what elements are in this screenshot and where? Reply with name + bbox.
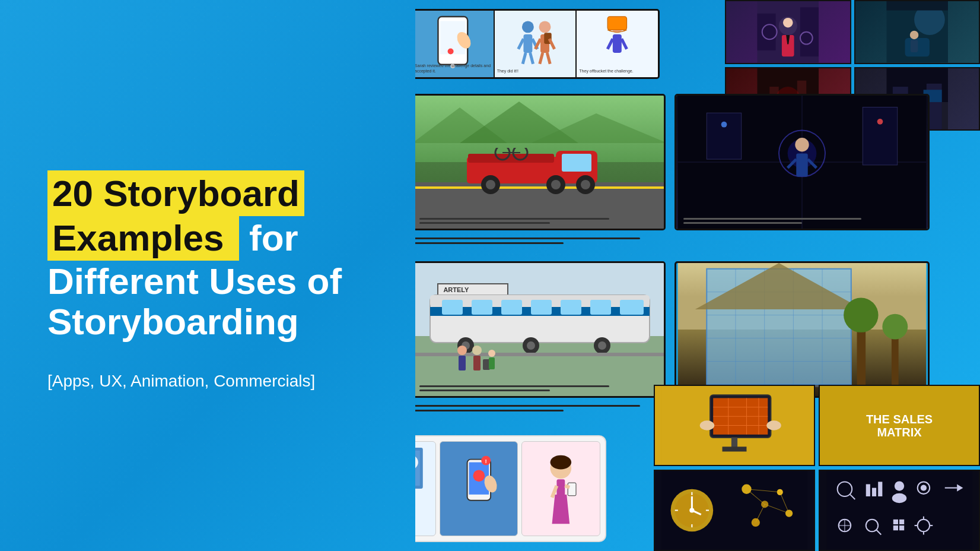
svg-point-80 xyxy=(721,122,727,128)
title-block: 20 Storyboard Examples for Different Use… xyxy=(47,172,380,343)
svg-rect-197 xyxy=(899,520,904,524)
svg-point-188 xyxy=(921,485,927,491)
svg-marker-142 xyxy=(552,495,570,524)
svg-line-20 xyxy=(608,39,613,49)
svg-rect-90 xyxy=(590,300,611,315)
svg-rect-28 xyxy=(758,14,776,50)
svg-point-164 xyxy=(689,508,694,512)
people-walking-icon xyxy=(495,11,576,77)
svg-line-7 xyxy=(518,39,523,49)
left-panel: 20 Storyboard Examples for Different Use… xyxy=(0,0,415,551)
svg-text:!: ! xyxy=(485,458,486,464)
svg-rect-89 xyxy=(561,300,581,315)
svg-rect-91 xyxy=(620,300,644,315)
strip-caption-2: They did it!! xyxy=(497,69,574,74)
svg-rect-86 xyxy=(472,300,492,315)
tablet-tech-svg xyxy=(655,386,814,465)
strip-caption-1: Sarah reviewed the challenge details and… xyxy=(415,64,491,74)
svg-rect-143 xyxy=(568,483,577,496)
svg-rect-75 xyxy=(796,153,807,176)
svg-rect-182 xyxy=(866,484,870,496)
svg-point-62 xyxy=(581,180,590,189)
svg-point-99 xyxy=(457,346,467,355)
svg-point-81 xyxy=(877,119,883,125)
svg-rect-100 xyxy=(459,356,466,370)
train-frame-lines xyxy=(419,385,657,391)
svg-rect-87 xyxy=(501,300,522,315)
glass-storyboard-frame xyxy=(674,261,930,398)
svg-point-5 xyxy=(522,21,534,33)
svg-rect-124 xyxy=(415,451,420,486)
platform-people-svg xyxy=(450,341,569,383)
svg-rect-37 xyxy=(910,40,917,52)
dark-frame-lines xyxy=(683,218,921,224)
title-line1: 20 Storyboard xyxy=(47,172,380,214)
svg-point-2 xyxy=(448,48,454,54)
svg-point-104 xyxy=(488,350,495,357)
svg-rect-196 xyxy=(893,520,898,524)
svg-point-74 xyxy=(795,138,809,151)
title-highlight-examples: Examples xyxy=(47,215,239,261)
dark-storyboard-frame xyxy=(674,94,930,230)
svg-point-185 xyxy=(895,481,904,490)
red-truck-svg xyxy=(455,148,621,195)
content-wrapper: 20 Storyboard Examples for Different Use… xyxy=(0,0,980,551)
strip-cell-2: They did it!! xyxy=(495,11,577,77)
title-storyboarding: Storyboarding xyxy=(47,302,380,342)
svg-point-26 xyxy=(783,18,793,28)
svg-point-11 xyxy=(539,21,551,33)
data-scene-svg xyxy=(655,471,814,550)
svg-rect-158 xyxy=(723,446,747,451)
car-storyboard-frame xyxy=(415,94,666,230)
train-storyboard-frame: ARTELY xyxy=(415,261,666,398)
svg-point-135 xyxy=(473,470,485,482)
mountain-bg xyxy=(415,96,666,143)
svg-rect-183 xyxy=(872,488,876,496)
svg-rect-102 xyxy=(473,356,481,370)
title-different: Different Uses of xyxy=(47,261,380,302)
tablet-panel-1 xyxy=(415,441,436,536)
svg-point-186 xyxy=(892,493,907,503)
title-line2: Examples for xyxy=(47,217,380,259)
svg-line-9 xyxy=(523,53,526,64)
right-panel: Sarah reviewed the challenge details and… xyxy=(415,0,980,551)
sales-matrix-title: THE SALES MATRIX xyxy=(866,413,933,439)
svg-point-155 xyxy=(700,420,715,430)
research-svg xyxy=(820,471,979,550)
title-highlight-text: 20 Storyboard xyxy=(47,170,304,216)
dark-scene-svg xyxy=(676,96,928,229)
svg-point-36 xyxy=(909,31,918,39)
phone-hand-icon: ! xyxy=(440,442,518,536)
svg-rect-19 xyxy=(613,34,622,53)
svg-rect-22 xyxy=(608,17,627,30)
svg-rect-105 xyxy=(489,357,495,369)
svg-line-145 xyxy=(565,486,570,487)
svg-point-101 xyxy=(472,346,482,355)
scifi-1-icon xyxy=(726,1,850,63)
svg-point-122 xyxy=(882,314,908,340)
frame-desc-lines xyxy=(419,218,657,224)
br-cell-tablet xyxy=(654,385,815,466)
woman-phone-icon xyxy=(522,442,600,536)
subtitle: [Apps, UX, Animation, Commercials] xyxy=(47,372,380,391)
tablet-panel-3 xyxy=(521,441,600,536)
svg-rect-55 xyxy=(562,154,591,172)
tablet-panel-2: ! xyxy=(440,441,518,536)
br-grid: THE SALES MATRIX xyxy=(654,385,980,551)
glass-building-svg xyxy=(676,263,928,396)
presenter-icon xyxy=(415,442,435,536)
strip-caption-3: They offbucket the challenge. xyxy=(579,69,656,74)
svg-rect-78 xyxy=(707,113,741,159)
title-part2: Examples xyxy=(52,217,224,258)
svg-point-171 xyxy=(752,518,760,527)
svg-rect-56 xyxy=(468,154,554,163)
deco-lines-lower xyxy=(415,405,666,411)
br-cell-data xyxy=(654,470,815,551)
svg-rect-184 xyxy=(878,482,882,496)
svg-rect-85 xyxy=(442,300,463,315)
svg-rect-79 xyxy=(863,107,897,164)
svg-rect-199 xyxy=(899,525,904,530)
svg-line-15 xyxy=(549,39,555,49)
svg-point-58 xyxy=(486,180,495,189)
svg-point-156 xyxy=(766,420,781,430)
